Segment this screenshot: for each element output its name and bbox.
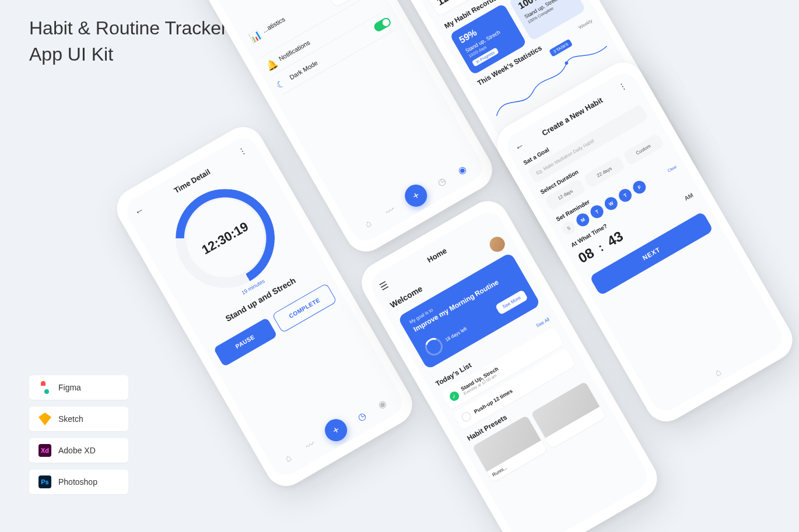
tool-label: Figma (58, 383, 81, 392)
svg-point-0 (565, 61, 569, 65)
activity-icon[interactable]: 〰 (304, 439, 317, 452)
home-icon[interactable]: ⌂ (283, 450, 296, 463)
clear-link[interactable]: Clear (667, 164, 677, 172)
home-icon[interactable]: ⌂ (713, 365, 726, 378)
adobe-xd-icon: Xd (38, 444, 51, 457)
bell-icon: 🔔 (264, 58, 276, 71)
tool-photoshop: Ps Photoshop (29, 470, 128, 494)
day-toggle[interactable]: S (560, 219, 577, 237)
check-icon[interactable]: ✓ (448, 390, 461, 403)
screen-title: Time Detail (172, 167, 211, 195)
more-icon[interactable]: ⋮ (237, 144, 251, 158)
time-hour[interactable]: 08 (576, 245, 597, 267)
tool-label: Sketch (58, 414, 83, 424)
check-icon[interactable] (460, 410, 473, 423)
home-icon[interactable]: ⌂ (363, 216, 376, 229)
day-toggle[interactable]: W (602, 195, 620, 212)
photoshop-icon: Ps (38, 475, 51, 488)
see-more-button[interactable]: See More (495, 289, 528, 315)
time-minute[interactable]: 43 (604, 228, 626, 250)
tool-label: Adobe XD (58, 446, 96, 455)
user-avatar[interactable] (487, 234, 508, 255)
add-fab-button[interactable]: + (401, 181, 431, 211)
add-fab-button[interactable]: + (321, 415, 351, 445)
bottom-nav: ⌂ (661, 334, 779, 408)
more-icon[interactable]: ⋮ (617, 79, 632, 94)
tool-figma: Figma (29, 375, 128, 400)
bottom-nav: ⌂ 〰 + ◷ ◉ (274, 388, 398, 473)
time-separator: : (595, 241, 605, 254)
tool-adobe-xd: Xd Adobe XD (29, 438, 128, 463)
back-arrow-icon[interactable]: ← (513, 139, 528, 154)
tool-label: Photoshop (58, 477, 97, 487)
phone-mockups: ← Time Detail ⋮ 12:30:19 19 minutes Stan… (38, 0, 799, 532)
activity-icon[interactable]: 〰 (384, 205, 397, 217)
timer-value: 12:30:19 (199, 219, 251, 258)
tools-list: Figma Sketch Xd Adobe XD Ps Photoshop (29, 375, 128, 501)
see-all-link[interactable]: See All (535, 316, 551, 328)
dark-mode-toggle[interactable] (373, 16, 393, 33)
title-line-1: Habit & Routine Tracker (29, 15, 227, 41)
figma-icon (38, 381, 51, 394)
sketch-icon (38, 413, 51, 425)
menu-icon[interactable]: ☰ (377, 278, 392, 293)
day-toggle[interactable]: F (630, 178, 648, 196)
preset-image (531, 381, 600, 438)
profile-icon[interactable]: ◉ (376, 397, 389, 410)
days-left: 18 days left (444, 326, 468, 342)
clock-icon[interactable]: ◷ (356, 409, 369, 422)
day-toggle[interactable]: M (574, 211, 591, 228)
clock-icon[interactable]: ◷ (436, 174, 448, 187)
day-toggle[interactable]: T (616, 186, 634, 204)
screen-title: Home (426, 246, 448, 264)
tool-sketch: Sketch (29, 407, 128, 431)
moon-icon: ☾ (275, 77, 288, 90)
goal-progress-ring (422, 335, 446, 359)
profile-icon[interactable]: ◉ (456, 163, 469, 175)
day-toggle[interactable]: T (588, 203, 606, 220)
chart-icon: 📊 (247, 30, 260, 43)
time-ampm[interactable]: AM (683, 192, 694, 202)
back-arrow-icon[interactable]: ← (133, 204, 148, 219)
